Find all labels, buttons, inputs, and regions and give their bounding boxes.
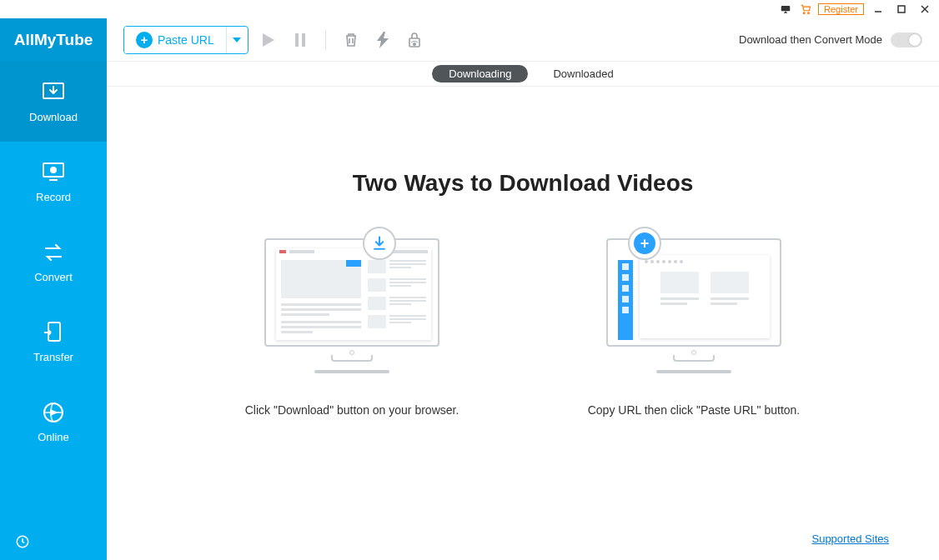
toolbar-right: Download then Convert Mode (739, 32, 922, 48)
monitor-illustration (260, 238, 444, 380)
maximize-button[interactable] (892, 2, 911, 16)
headline: Two Ways to Download Videos (140, 170, 906, 197)
svg-point-10 (51, 168, 56, 172)
lock-eye-icon[interactable] (403, 28, 426, 52)
paste-url-button[interactable]: + Paste URL (124, 27, 226, 53)
sidebar-item-label: Download (29, 111, 78, 123)
pause-icon (289, 28, 312, 52)
plus-badge-icon: + (628, 227, 661, 260)
clock-icon[interactable] (15, 534, 30, 552)
tab-downloaded[interactable]: Downloaded (553, 68, 613, 80)
monitor-illustration: + (602, 238, 786, 380)
app-logo: AllMyTube (0, 18, 107, 62)
app-window: Register AllMyTube Download (0, 0, 939, 560)
tab-downloading[interactable]: Downloading (432, 65, 528, 82)
convert-mode-toggle[interactable] (891, 32, 922, 48)
sidebar-item-online[interactable]: Online (0, 382, 107, 462)
titlebar: Register (0, 0, 939, 18)
online-icon (39, 401, 68, 424)
instruction-card-browser: Click "Download" button on your browser. (235, 238, 469, 419)
svg-point-2 (808, 12, 810, 14)
svg-rect-15 (295, 33, 299, 47)
sidebar-item-label: Record (36, 191, 71, 203)
close-button[interactable] (916, 2, 934, 16)
card-caption: Copy URL then click "Paste URL" button. (588, 402, 801, 419)
sidebar-item-transfer[interactable]: Transfer (0, 302, 107, 382)
tabs-row: Downloading Downloaded (107, 62, 939, 87)
svg-point-18 (413, 42, 416, 46)
sidebar-item-convert[interactable]: Convert (0, 222, 107, 302)
cart-icon[interactable] (798, 3, 813, 15)
paste-url-group: + Paste URL (123, 26, 249, 54)
convert-icon (39, 241, 68, 264)
register-button[interactable]: Register (818, 3, 864, 15)
sidebar-item-label: Convert (34, 271, 73, 283)
sidebar-item-record[interactable]: Record (0, 142, 107, 222)
sidebar-item-label: Online (38, 431, 69, 443)
main-area: + Paste URL (107, 18, 939, 560)
svg-rect-4 (898, 6, 905, 12)
sidebar-item-label: Transfer (33, 351, 73, 363)
chat-icon[interactable] (778, 3, 793, 15)
lightning-icon[interactable] (371, 28, 394, 52)
trash-icon[interactable] (339, 28, 363, 52)
download-icon (39, 81, 68, 104)
download-arrow-icon (363, 227, 396, 260)
sidebar: AllMyTube Download Record (0, 18, 107, 560)
paste-url-label: Paste URL (158, 33, 214, 47)
mode-label: Download then Convert Mode (739, 33, 882, 46)
card-caption: Click "Download" button on your browser. (245, 402, 459, 419)
transfer-icon (39, 321, 68, 344)
svg-point-1 (803, 12, 805, 14)
toolbar: + Paste URL (107, 18, 939, 62)
instruction-card-paste-url: + Copy URL then click "Paste URL" button… (577, 238, 811, 419)
instruction-cards: Click "Download" button on your browser. (140, 238, 906, 419)
svg-rect-16 (302, 33, 305, 47)
content-area: Two Ways to Download Videos (107, 87, 939, 560)
toolbar-separator (325, 30, 326, 50)
supported-sites-link[interactable]: Supported Sites (811, 532, 889, 545)
svg-rect-0 (781, 6, 791, 11)
play-icon (257, 28, 280, 52)
plus-circle-icon: + (136, 32, 153, 48)
minimize-button[interactable] (869, 2, 887, 16)
sidebar-nav: Download Record Convert (0, 62, 107, 527)
sidebar-footer (0, 527, 107, 560)
paste-url-dropdown[interactable] (226, 27, 248, 53)
record-icon (39, 161, 68, 184)
sidebar-item-download[interactable]: Download (0, 62, 107, 142)
